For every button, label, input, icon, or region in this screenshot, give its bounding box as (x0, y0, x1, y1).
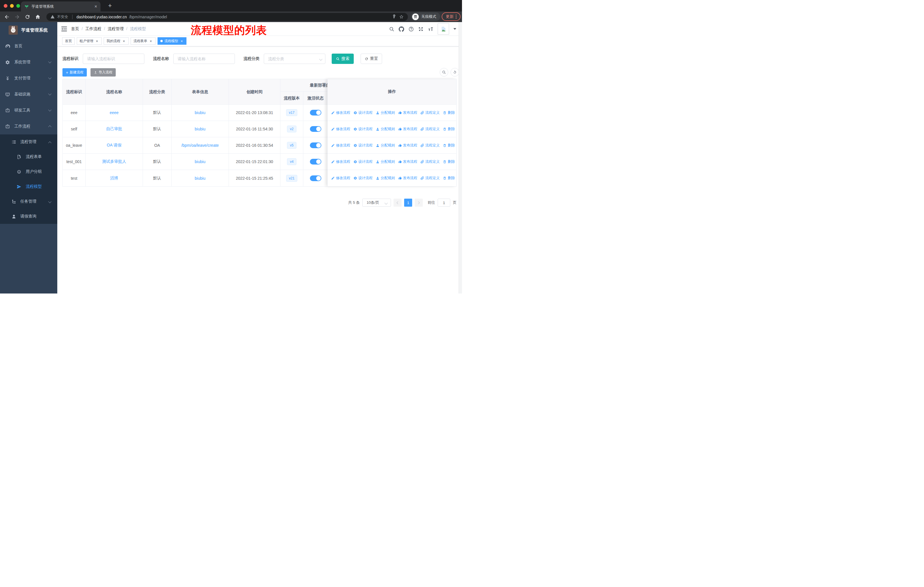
edit-model-link[interactable]: 修改流程 (331, 110, 350, 115)
home-button[interactable] (35, 14, 41, 20)
process-definition-link[interactable]: 流程定义 (421, 143, 440, 148)
design-model-link[interactable]: 设计流程 (353, 127, 373, 132)
reset-button[interactable]: 重置 (361, 54, 382, 64)
publish-model-link[interactable]: 发布流程 (398, 110, 417, 115)
bookmark-star-icon[interactable] (399, 14, 404, 19)
assign-rule-link[interactable]: 分配规则 (376, 176, 395, 180)
minimize-window-button[interactable] (10, 4, 14, 8)
active-toggle[interactable] (310, 126, 322, 132)
goto-page-input[interactable] (438, 198, 450, 207)
prev-page-button[interactable] (394, 198, 402, 207)
breadcrumb-item[interactable]: 流程管理 (101, 26, 124, 31)
tag-close-icon[interactable] (180, 39, 183, 43)
sidebar-menu-item[interactable]: 流程表单 (0, 149, 57, 164)
sidebar-menu-item[interactable]: 流程管理 (0, 134, 57, 149)
process-definition-link[interactable]: 流程定义 (421, 159, 440, 164)
assign-rule-link[interactable]: 分配规则 (376, 159, 395, 164)
browser-tab[interactable]: 芋道管理系统 (21, 2, 101, 12)
form-info-link[interactable]: biubiu (195, 176, 205, 180)
sidebar-menu-item[interactable]: 工作流程 (0, 118, 57, 134)
design-model-link[interactable]: 设计流程 (353, 110, 373, 115)
github-icon[interactable] (399, 26, 404, 32)
tag-close-icon[interactable] (122, 39, 126, 43)
sidebar-menu-item[interactable]: 研发工具 (0, 103, 57, 118)
sidebar-menu-item[interactable]: 任务管理 (0, 194, 57, 209)
active-toggle[interactable] (310, 175, 322, 181)
sidebar-collapse-icon[interactable] (61, 26, 67, 31)
close-window-button[interactable] (4, 4, 7, 8)
model-name-link[interactable]: eeee (110, 110, 119, 115)
sidebar-menu-item[interactable]: 用户分组 (0, 164, 57, 179)
next-page-button[interactable] (415, 198, 423, 207)
create-model-button[interactable]: 新建流程 (63, 68, 87, 76)
user-avatar[interactable] (438, 23, 449, 35)
delete-model-link[interactable]: 删除 (443, 127, 455, 132)
form-info-link[interactable]: biubiu (195, 110, 205, 115)
sidebar-menu-item[interactable]: 系统管理 (0, 54, 57, 70)
tab-close-icon[interactable] (94, 4, 97, 9)
zoom-window-button[interactable] (16, 4, 20, 8)
delete-model-link[interactable]: 删除 (443, 110, 455, 115)
assign-rule-link[interactable]: 分配规则 (376, 127, 395, 132)
help-icon[interactable] (408, 26, 414, 32)
sidebar-menu-item[interactable]: 首页 (0, 38, 57, 54)
breadcrumb-item[interactable]: 首页 (71, 26, 79, 31)
publish-model-link[interactable]: 发布流程 (398, 159, 417, 164)
tag-close-icon[interactable] (95, 39, 99, 43)
publish-model-link[interactable]: 发布流程 (398, 143, 417, 148)
not-secure-warning-icon[interactable] (50, 15, 55, 19)
browser-menu-icon[interactable] (456, 15, 457, 19)
breadcrumb-item[interactable]: 流程模型 (124, 26, 146, 31)
fullscreen-icon[interactable] (418, 26, 424, 32)
tag-view-item[interactable]: 流程表单 (130, 37, 155, 45)
assign-rule-link[interactable]: 分配规则 (376, 143, 395, 148)
import-model-button[interactable]: 导入流程 (91, 68, 116, 76)
publish-model-link[interactable]: 发布流程 (398, 127, 417, 132)
breadcrumb-item[interactable]: 工作流程 (79, 26, 101, 31)
category-filter-select[interactable] (264, 54, 325, 64)
form-info-link[interactable]: biubiu (195, 159, 205, 164)
forward-button[interactable] (14, 14, 20, 20)
sidebar-menu-item[interactable]: 支付管理 (0, 70, 57, 86)
form-info-link[interactable]: /bpm/oa/leave/create (181, 143, 219, 147)
design-model-link[interactable]: 设计流程 (353, 159, 373, 164)
edit-model-link[interactable]: 修改流程 (331, 159, 350, 164)
tag-view-item[interactable]: 流程模型 (158, 37, 186, 45)
tag-view-item[interactable]: 租户管理 (77, 37, 102, 45)
password-key-icon[interactable] (392, 14, 397, 19)
assign-rule-link[interactable]: 分配规则 (376, 110, 395, 115)
delete-model-link[interactable]: 删除 (443, 176, 455, 180)
process-definition-link[interactable]: 流程定义 (421, 176, 440, 180)
edit-model-link[interactable]: 修改流程 (331, 127, 350, 132)
process-definition-link[interactable]: 流程定义 (421, 110, 440, 115)
font-size-icon[interactable] (428, 26, 433, 32)
page-scrollbar[interactable] (459, 22, 462, 293)
tag-close-icon[interactable] (149, 39, 153, 43)
browser-update-button[interactable]: 更新 (442, 12, 460, 21)
name-filter-input[interactable] (173, 54, 235, 64)
page-size-select[interactable]: 10条/页 (362, 198, 391, 207)
active-toggle[interactable] (310, 142, 322, 148)
model-name-link[interactable]: 滔博 (110, 176, 118, 181)
model-name-link[interactable]: 测试多审批人 (102, 159, 126, 164)
page-number-current[interactable]: 1 (404, 198, 412, 207)
process-definition-link[interactable]: 流程定义 (421, 127, 440, 132)
toggle-search-button[interactable] (440, 68, 448, 76)
publish-model-link[interactable]: 发布流程 (398, 176, 417, 180)
delete-model-link[interactable]: 删除 (443, 159, 455, 164)
sidebar-menu-item[interactable]: 基础设施 (0, 86, 57, 103)
active-toggle[interactable] (310, 110, 322, 116)
model-name-link[interactable]: 自己审批 (106, 126, 122, 132)
search-icon[interactable] (389, 26, 394, 32)
search-button[interactable]: 搜索 (332, 54, 354, 64)
back-button[interactable] (4, 14, 10, 20)
refresh-table-button[interactable] (450, 68, 459, 76)
design-model-link[interactable]: 设计流程 (353, 143, 373, 148)
delete-model-link[interactable]: 删除 (443, 143, 455, 148)
edit-model-link[interactable]: 修改流程 (331, 176, 350, 180)
sidebar-menu-item[interactable]: 请假查询 (0, 209, 57, 224)
active-toggle[interactable] (310, 159, 322, 165)
tag-view-item[interactable]: 我的流程 (104, 37, 129, 45)
model-name-link[interactable]: OA 请假 (107, 143, 121, 148)
edit-model-link[interactable]: 修改流程 (331, 143, 350, 148)
